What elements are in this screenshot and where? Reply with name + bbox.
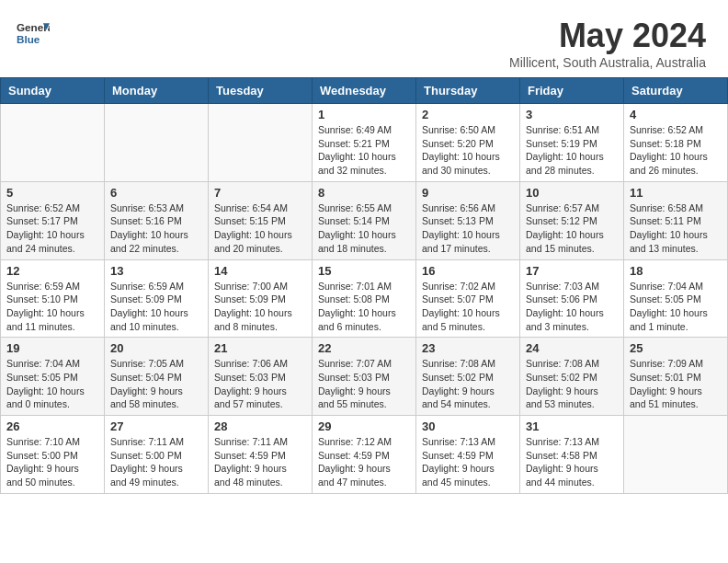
day-number: 22 xyxy=(318,341,410,355)
logo-icon: General Blue xyxy=(17,17,50,50)
calendar-cell: 7Sunrise: 6:54 AM Sunset: 5:15 PM Daylig… xyxy=(209,181,313,259)
calendar-cell: 20Sunrise: 7:05 AM Sunset: 5:04 PM Dayli… xyxy=(105,338,209,416)
day-info: Sunrise: 7:03 AM Sunset: 5:06 PM Dayligh… xyxy=(526,280,618,334)
day-info: Sunrise: 6:57 AM Sunset: 5:12 PM Dayligh… xyxy=(526,201,618,256)
calendar-cell: 2Sunrise: 6:50 AM Sunset: 5:20 PM Daylig… xyxy=(416,104,520,182)
calendar-cell xyxy=(624,416,728,494)
day-number: 15 xyxy=(318,264,410,278)
calendar-header-sunday: Sunday xyxy=(1,78,105,104)
calendar-table: SundayMondayTuesdayWednesdayThursdayFrid… xyxy=(0,77,728,494)
calendar-header-thursday: Thursday xyxy=(416,78,520,104)
day-number: 24 xyxy=(526,341,618,355)
day-info: Sunrise: 6:55 AM Sunset: 5:14 PM Dayligh… xyxy=(318,201,410,256)
calendar-week-row: 12Sunrise: 6:59 AM Sunset: 5:10 PM Dayli… xyxy=(1,259,728,338)
day-number: 7 xyxy=(214,186,306,200)
calendar-header-saturday: Saturday xyxy=(624,78,728,104)
day-number: 9 xyxy=(422,186,514,200)
day-info: Sunrise: 7:07 AM Sunset: 5:03 PM Dayligh… xyxy=(318,357,410,411)
day-info: Sunrise: 7:08 AM Sunset: 5:02 PM Dayligh… xyxy=(526,357,618,411)
day-number: 27 xyxy=(110,419,202,433)
day-number: 11 xyxy=(630,186,722,200)
day-info: Sunrise: 7:04 AM Sunset: 5:05 PM Dayligh… xyxy=(630,280,722,334)
calendar-header-row: SundayMondayTuesdayWednesdayThursdayFrid… xyxy=(1,78,728,104)
calendar-cell: 27Sunrise: 7:11 AM Sunset: 5:00 PM Dayli… xyxy=(105,416,209,494)
calendar-cell: 31Sunrise: 7:13 AM Sunset: 4:58 PM Dayli… xyxy=(520,416,624,494)
day-info: Sunrise: 7:12 AM Sunset: 4:59 PM Dayligh… xyxy=(318,435,410,489)
calendar-cell: 18Sunrise: 7:04 AM Sunset: 5:05 PM Dayli… xyxy=(624,259,728,338)
day-info: Sunrise: 7:11 AM Sunset: 5:00 PM Dayligh… xyxy=(110,435,202,489)
day-info: Sunrise: 7:13 AM Sunset: 4:58 PM Dayligh… xyxy=(526,435,618,489)
calendar-cell: 6Sunrise: 6:53 AM Sunset: 5:16 PM Daylig… xyxy=(105,181,209,259)
calendar-cell: 23Sunrise: 7:08 AM Sunset: 5:02 PM Dayli… xyxy=(416,338,520,416)
calendar-cell: 4Sunrise: 6:52 AM Sunset: 5:18 PM Daylig… xyxy=(624,104,728,182)
calendar-cell: 25Sunrise: 7:09 AM Sunset: 5:01 PM Dayli… xyxy=(624,338,728,416)
location: Millicent, South Australia, Australia xyxy=(509,55,706,70)
calendar-cell: 1Sunrise: 6:49 AM Sunset: 5:21 PM Daylig… xyxy=(313,104,416,182)
day-info: Sunrise: 7:10 AM Sunset: 5:00 PM Dayligh… xyxy=(6,435,98,489)
calendar-cell: 21Sunrise: 7:06 AM Sunset: 5:03 PM Dayli… xyxy=(209,338,313,416)
day-info: Sunrise: 6:52 AM Sunset: 5:17 PM Dayligh… xyxy=(6,201,98,256)
day-info: Sunrise: 6:58 AM Sunset: 5:11 PM Dayligh… xyxy=(630,201,722,256)
day-number: 23 xyxy=(422,341,514,355)
day-info: Sunrise: 7:08 AM Sunset: 5:02 PM Dayligh… xyxy=(422,357,514,411)
day-number: 21 xyxy=(214,341,306,355)
logo: General Blue xyxy=(17,17,50,50)
day-info: Sunrise: 6:50 AM Sunset: 5:20 PM Dayligh… xyxy=(422,123,514,178)
calendar-cell: 19Sunrise: 7:04 AM Sunset: 5:05 PM Dayli… xyxy=(1,338,105,416)
title-block: May 2024 Millicent, South Australia, Aus… xyxy=(509,17,706,70)
day-info: Sunrise: 6:53 AM Sunset: 5:16 PM Dayligh… xyxy=(110,201,202,256)
calendar-cell: 29Sunrise: 7:12 AM Sunset: 4:59 PM Dayli… xyxy=(313,416,416,494)
calendar-cell xyxy=(1,104,105,182)
day-number: 12 xyxy=(6,264,98,278)
calendar-cell: 26Sunrise: 7:10 AM Sunset: 5:00 PM Dayli… xyxy=(1,416,105,494)
day-info: Sunrise: 6:54 AM Sunset: 5:15 PM Dayligh… xyxy=(214,201,306,256)
day-info: Sunrise: 7:05 AM Sunset: 5:04 PM Dayligh… xyxy=(110,357,202,411)
day-number: 6 xyxy=(110,186,202,200)
day-info: Sunrise: 7:02 AM Sunset: 5:07 PM Dayligh… xyxy=(422,280,514,334)
calendar-cell: 9Sunrise: 6:56 AM Sunset: 5:13 PM Daylig… xyxy=(416,181,520,259)
calendar-cell: 28Sunrise: 7:11 AM Sunset: 4:59 PM Dayli… xyxy=(209,416,313,494)
calendar-cell: 22Sunrise: 7:07 AM Sunset: 5:03 PM Dayli… xyxy=(313,338,416,416)
calendar-cell: 3Sunrise: 6:51 AM Sunset: 5:19 PM Daylig… xyxy=(520,104,624,182)
calendar-header-tuesday: Tuesday xyxy=(209,78,313,104)
day-info: Sunrise: 7:13 AM Sunset: 4:59 PM Dayligh… xyxy=(422,435,514,489)
day-number: 18 xyxy=(630,264,722,278)
svg-text:General: General xyxy=(17,21,50,33)
day-number: 19 xyxy=(6,341,98,355)
day-info: Sunrise: 7:01 AM Sunset: 5:08 PM Dayligh… xyxy=(318,280,410,334)
calendar-header-monday: Monday xyxy=(105,78,209,104)
day-number: 30 xyxy=(422,419,514,433)
day-number: 31 xyxy=(526,419,618,433)
day-info: Sunrise: 6:51 AM Sunset: 5:19 PM Dayligh… xyxy=(526,123,618,178)
calendar-header-friday: Friday xyxy=(520,78,624,104)
calendar-cell: 14Sunrise: 7:00 AM Sunset: 5:09 PM Dayli… xyxy=(209,259,313,338)
day-number: 8 xyxy=(318,186,410,200)
day-info: Sunrise: 6:59 AM Sunset: 5:10 PM Dayligh… xyxy=(6,280,98,334)
day-number: 16 xyxy=(422,264,514,278)
calendar-cell: 11Sunrise: 6:58 AM Sunset: 5:11 PM Dayli… xyxy=(624,181,728,259)
calendar-cell xyxy=(209,104,313,182)
calendar-cell: 16Sunrise: 7:02 AM Sunset: 5:07 PM Dayli… xyxy=(416,259,520,338)
day-number: 17 xyxy=(526,264,618,278)
day-number: 29 xyxy=(318,419,410,433)
day-info: Sunrise: 7:09 AM Sunset: 5:01 PM Dayligh… xyxy=(630,357,722,411)
day-number: 1 xyxy=(318,108,410,121)
day-info: Sunrise: 7:04 AM Sunset: 5:05 PM Dayligh… xyxy=(6,357,98,411)
calendar-cell: 24Sunrise: 7:08 AM Sunset: 5:02 PM Dayli… xyxy=(520,338,624,416)
calendar-cell: 17Sunrise: 7:03 AM Sunset: 5:06 PM Dayli… xyxy=(520,259,624,338)
calendar-week-row: 26Sunrise: 7:10 AM Sunset: 5:00 PM Dayli… xyxy=(1,416,728,494)
day-info: Sunrise: 7:11 AM Sunset: 4:59 PM Dayligh… xyxy=(214,435,306,489)
calendar-week-row: 19Sunrise: 7:04 AM Sunset: 5:05 PM Dayli… xyxy=(1,338,728,416)
svg-text:Blue: Blue xyxy=(17,33,40,45)
day-number: 14 xyxy=(214,264,306,278)
calendar-cell: 15Sunrise: 7:01 AM Sunset: 5:08 PM Dayli… xyxy=(313,259,416,338)
day-number: 20 xyxy=(110,341,202,355)
day-number: 28 xyxy=(214,419,306,433)
day-info: Sunrise: 6:52 AM Sunset: 5:18 PM Dayligh… xyxy=(630,123,722,178)
day-number: 4 xyxy=(630,108,722,121)
calendar-cell: 12Sunrise: 6:59 AM Sunset: 5:10 PM Dayli… xyxy=(1,259,105,338)
calendar-cell: 13Sunrise: 6:59 AM Sunset: 5:09 PM Dayli… xyxy=(105,259,209,338)
day-number: 13 xyxy=(110,264,202,278)
day-info: Sunrise: 6:56 AM Sunset: 5:13 PM Dayligh… xyxy=(422,201,514,256)
day-number: 10 xyxy=(526,186,618,200)
